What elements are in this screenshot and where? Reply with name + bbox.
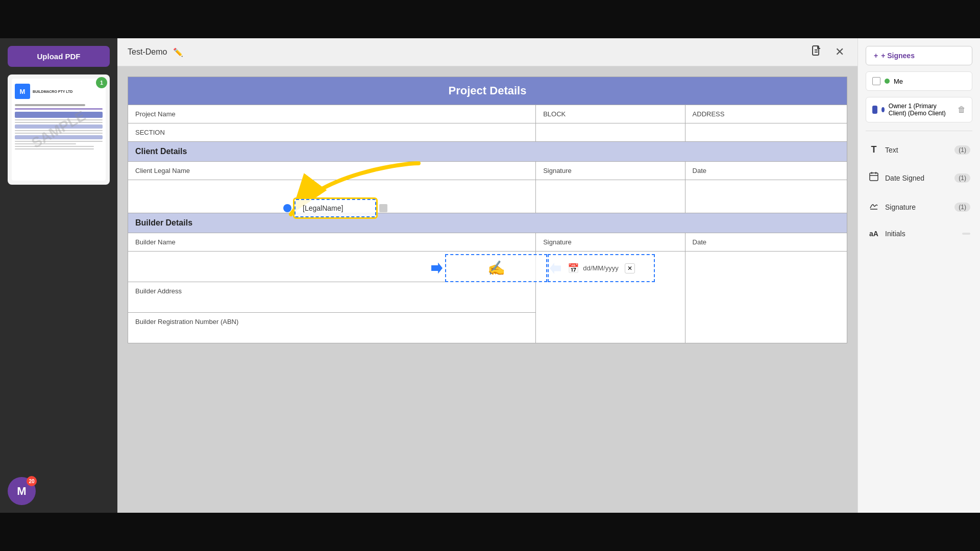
project-data-row: SECTION [128,123,847,142]
initials-field-label: Initials [885,230,957,238]
center-area: Test-Demo ✏️ ✕ [117,38,857,513]
date-close-btn[interactable]: ✕ [625,263,635,273]
add-signees-button[interactable]: + + Signees [866,46,972,65]
logo-circle: M 20 [8,477,36,505]
builder-signature-header: Signature [536,233,685,252]
toolbar: Test-Demo ✏️ ✕ [117,38,857,66]
signature-field-count: (1) [954,203,970,212]
doc-logo-area: M BUILDMACRO PTY LTD [15,82,103,101]
text-field-label: Text [885,146,949,154]
project-details-header-row: Project Details [128,77,847,105]
legal-name-input[interactable]: [LegalName] [295,199,376,217]
builder-col-headers: Builder Name Signature Date [128,233,847,252]
initials-field-count [962,233,970,235]
signature-header: Signature [536,162,685,180]
sig-blue-arrow-left[interactable] [431,263,443,274]
signature-field-icon [868,201,880,213]
signee-me-label: Me [894,78,903,85]
signature-field-box[interactable]: ✍ [445,254,547,282]
block-header: BLOCK [536,105,685,123]
legal-name-field[interactable]: [LegalName] [283,199,387,217]
signature-field-label: Signature [885,203,949,211]
date-signed-icon [868,171,880,184]
signee-owner-dot [881,107,885,112]
signee-owner[interactable]: Owner 1 (Primary Client) (Demo Client) 🗑 [866,97,972,122]
panel-divider [866,131,972,131]
document-thumbnail[interactable]: 1 M BUILDMACRO PTY LTD [8,74,110,185]
project-address-value [685,123,847,142]
calendar-icon: 📅 [568,263,579,274]
main-layout: Upload PDF 1 M BUILDMACRO PTY LTD [0,38,980,513]
svg-rect-4 [870,173,878,181]
builder-abn-label: Builder Registration Number (ABN) [128,313,536,343]
builder-name-header: Builder Name [128,233,536,252]
doc-thumbnail-inner: M BUILDMACRO PTY LTD [12,79,106,181]
signee-me[interactable]: Me [866,71,972,91]
client-details-header-row: Client Details [128,142,847,162]
app-logo: M 20 [8,477,36,505]
left-sidebar: Upload PDF 1 M BUILDMACRO PTY LTD [0,38,117,513]
date-placeholder: dd/MM/yyyy [583,264,618,272]
project-details-title: Project Details [128,77,847,105]
builder-date-value [685,252,847,343]
signature-icon: ✍ [487,260,505,277]
builder-details-title: Builder Details [128,213,847,233]
date-header: Date [685,162,847,180]
client-signature-value [536,180,685,213]
date-signed-label: Date Signed [885,174,949,182]
client-data-row [128,180,847,213]
field-resize-handle[interactable] [379,204,387,212]
field-type-date-signed[interactable]: Date Signed (1) [866,166,972,189]
project-block-value [536,123,685,142]
builder-details-header-row: Builder Details [128,213,847,233]
doc-title: Test-Demo [128,47,167,57]
address-header: ADDRESS [685,105,847,123]
client-date-value [685,180,847,213]
client-details-title: Client Details [128,142,847,162]
text-field-count: (1) [954,145,970,155]
document-icon-btn[interactable] [807,42,826,63]
bottom-bar [0,513,980,551]
text-field-icon: T [868,144,880,155]
client-legal-name-header: Client Legal Name [128,162,536,180]
signee-owner-label: Owner 1 (Primary Client) (Demo Client) [889,103,953,117]
field-type-signature[interactable]: Signature (1) [866,195,972,218]
plus-icon: + [874,52,878,60]
logo-m: M [17,485,26,498]
date-field-overlay[interactable]: 📅 dd/MM/yyyy ✕ [548,254,655,282]
field-type-text[interactable]: T Text (1) [866,139,972,160]
top-bar [0,0,980,38]
signee-owner-delete[interactable]: 🗑 [958,105,966,114]
doc-logo-icon: M [15,84,30,99]
close-button[interactable]: ✕ [832,42,847,62]
initials-field-icon: aA [868,230,880,238]
signature-field-overlay[interactable]: ✍ [431,254,561,282]
right-panel: + + Signees Me Owner 1 (Primary Client) … [857,38,980,513]
builder-address-label: Builder Address [128,282,536,313]
project-details-table: Project Details Project Name BLOCK ADDRE… [128,77,847,343]
field-drag-handle[interactable] [283,204,291,212]
doc-company-text: BUILDMACRO PTY LTD [33,90,72,93]
signee-me-checkbox[interactable] [872,77,880,85]
signee-me-dot [885,79,890,84]
upload-pdf-button[interactable]: Upload PDF [8,46,110,67]
client-col-headers: Client Legal Name Signature Date [128,162,847,180]
field-type-initials[interactable]: aA Initials [866,224,972,243]
doc-preview-lines [15,104,103,149]
project-name-header: Project Name [128,105,536,123]
notification-badge: 20 [27,476,37,486]
section-label: SECTION [128,123,536,142]
edit-title-icon[interactable]: ✏️ [173,47,183,57]
add-signees-label: + Signees [881,52,915,60]
date-signed-count: (1) [954,173,970,183]
builder-date-header: Date [685,233,847,252]
project-col-headers: Project Name BLOCK ADDRESS [128,105,847,123]
signee-owner-avatar [872,106,877,114]
doc-canvas: [LegalName] ✍ 📅 dd/MM/yyyy ✕ [117,66,857,513]
doc-badge: 1 [96,77,107,88]
date-field-box[interactable]: 📅 dd/MM/yyyy ✕ [548,254,655,282]
